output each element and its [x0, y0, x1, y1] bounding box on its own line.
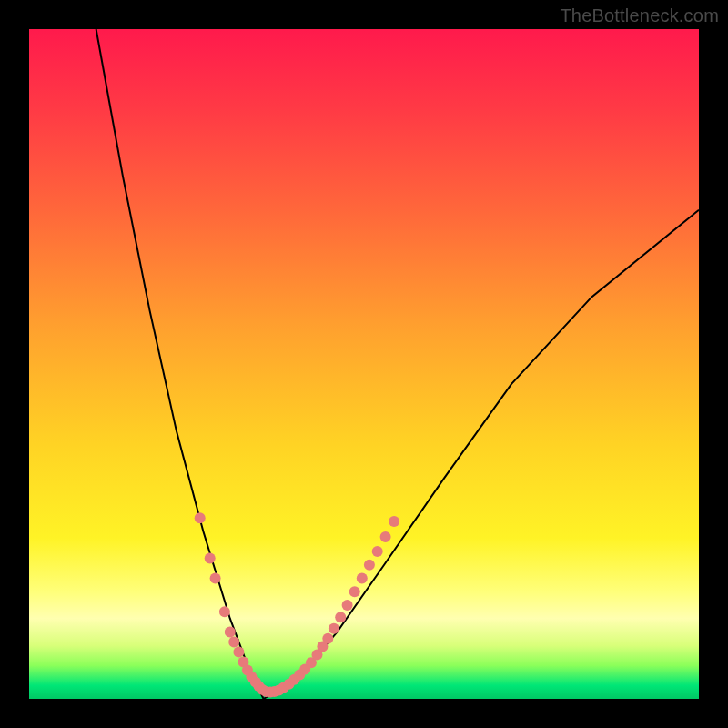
data-point: [380, 531, 391, 542]
data-point: [342, 600, 353, 611]
data-point: [357, 573, 368, 584]
data-point: [372, 546, 383, 557]
data-point: [335, 612, 346, 622]
curve-svg: [29, 29, 699, 699]
data-point: [219, 606, 230, 617]
data-point: [225, 626, 236, 637]
curve-left-branch: [96, 29, 264, 699]
data-point: [205, 552, 216, 563]
data-point: [322, 633, 333, 644]
data-point: [389, 516, 399, 527]
data-point: [364, 560, 375, 571]
curve-right-branch: [264, 210, 699, 699]
chart-frame: TheBottleneck.com: [0, 0, 728, 728]
data-point: [210, 573, 221, 584]
watermark-text: TheBottleneck.com: [560, 5, 719, 26]
data-point: [329, 623, 339, 634]
data-point: [349, 586, 360, 597]
data-point: [233, 647, 244, 658]
data-point: [228, 636, 239, 647]
plot-area: [29, 29, 699, 699]
data-point: [195, 512, 206, 523]
